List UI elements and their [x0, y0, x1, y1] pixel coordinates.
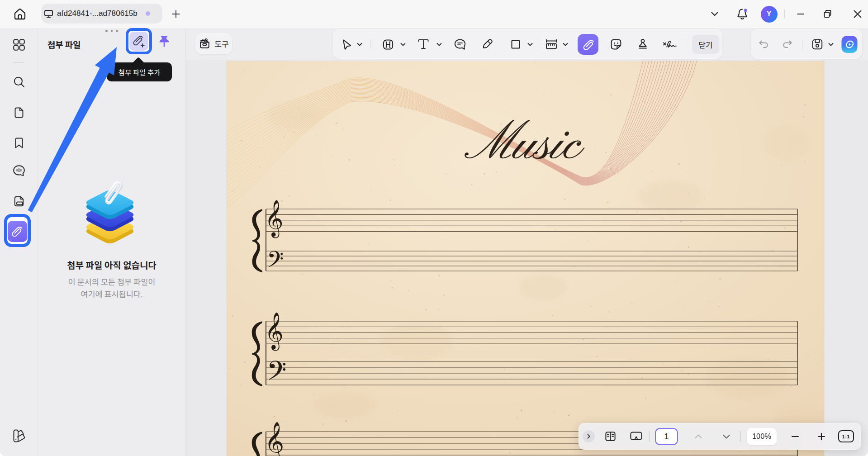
pin-panel-button[interactable]: [157, 34, 171, 49]
undo-button[interactable]: [758, 29, 769, 59]
rail-item-themes[interactable]: [0, 428, 38, 445]
paperclip-icon: [582, 38, 594, 51]
chevron-down-icon: [562, 41, 569, 48]
chevron-up-icon: [694, 432, 703, 441]
close-window-button[interactable]: [849, 5, 867, 23]
pen-tool[interactable]: [481, 29, 494, 59]
restore-button[interactable]: [819, 5, 837, 23]
search-icon: [13, 76, 25, 88]
monitor-icon: [44, 9, 53, 18]
new-tab-button[interactable]: [170, 8, 182, 20]
attach-tool-selected[interactable]: [578, 29, 598, 59]
pin-icon: [157, 34, 171, 49]
ai-icon: [844, 38, 855, 50]
comment-note-icon: [454, 38, 466, 51]
select-tool-dropdown[interactable]: [356, 29, 363, 59]
close-toolbar-button[interactable]: 닫기: [692, 29, 719, 59]
empty-state-description: 이 문서의 모든 첨부 파일이 여기에 표시됩니다.: [38, 276, 185, 300]
add-attachment-button[interactable]: [126, 28, 152, 54]
shape-tool[interactable]: [510, 29, 521, 59]
chevron-down-icon: [356, 41, 363, 48]
chevron-down-icon: [710, 9, 720, 19]
actual-size-button[interactable]: 1:1: [838, 430, 854, 442]
minimize-button[interactable]: [792, 5, 810, 23]
svg-text:𝄞: 𝄞: [267, 421, 284, 456]
highlight-tool-dropdown[interactable]: [400, 29, 406, 59]
panel-more-button[interactable]: [105, 30, 118, 32]
apps-grid-icon: [13, 38, 25, 51]
notification-dot: [744, 9, 747, 12]
main-toolbar: 닫기: [333, 29, 722, 59]
sticker-icon: [610, 38, 622, 51]
svg-text:𝄔: 𝄔: [249, 185, 266, 298]
titlebar: afd24841-...ad780615b Y: [0, 0, 868, 28]
redo-icon: [782, 38, 793, 50]
pdf-page[interactable]: Music 𝄔𝄞𝄢𝄔𝄞𝄢𝄔𝄞𝄢: [227, 61, 824, 456]
highlight-tool[interactable]: [382, 29, 394, 59]
account-button[interactable]: Y: [760, 5, 778, 23]
stamp-tool[interactable]: [636, 29, 649, 59]
minus-icon: [791, 432, 799, 441]
rail-item-comments[interactable]: [0, 164, 38, 179]
restore-icon: [823, 9, 833, 19]
page-number-input[interactable]: 1: [655, 428, 678, 445]
chevron-down-icon: [722, 432, 731, 441]
next-page-button[interactable]: [712, 432, 740, 441]
rail-item-attachments[interactable]: [4, 214, 31, 247]
empty-state-title: 첨부 파일 아직 없습니다: [38, 258, 185, 271]
measure-tool[interactable]: [545, 29, 558, 59]
tools-button[interactable]: 도구: [195, 33, 232, 54]
zoom-out-button[interactable]: [782, 432, 808, 441]
notifications-button[interactable]: [733, 5, 751, 23]
tooltip-text: 첨부 파일 추가: [119, 67, 161, 77]
presentation-button[interactable]: [623, 430, 649, 442]
empty-state: 첨부 파일 아직 없습니다 이 문서의 모든 첨부 파일이 여기에 표시됩니다.: [38, 179, 185, 300]
text-icon: [417, 38, 430, 51]
page-controls-bar: 1 100% 1:1: [579, 423, 861, 450]
redo-button[interactable]: [782, 29, 793, 59]
svg-text:𝄔: 𝄔: [248, 296, 266, 412]
save-button[interactable]: [811, 29, 824, 59]
panel-title: 첨부 파일: [47, 38, 81, 50]
text-tool[interactable]: [417, 29, 430, 59]
home-button[interactable]: [12, 6, 28, 22]
reading-view-button[interactable]: [598, 430, 623, 442]
workspace: 도구: [186, 28, 868, 456]
document-canvas[interactable]: Music 𝄔𝄞𝄢𝄔𝄞𝄢𝄔𝄞𝄢: [186, 60, 868, 456]
ai-assistant-button[interactable]: [842, 29, 858, 59]
svg-text:𝄞: 𝄞: [267, 199, 283, 238]
rail-item-apps[interactable]: [0, 38, 38, 52]
rail-item-bookmarks[interactable]: [0, 136, 38, 150]
measure-tool-dropdown[interactable]: [562, 29, 569, 59]
comment-icon: [12, 164, 26, 179]
sidebar-rail: [0, 28, 38, 456]
toolbox-icon: [199, 38, 211, 50]
shape-tool-dropdown[interactable]: [527, 29, 533, 59]
signature-icon: [662, 38, 678, 50]
collapse-bar-button[interactable]: [583, 430, 595, 442]
stamp-icon: [636, 38, 649, 51]
document-tab[interactable]: afd24841-...ad780615b: [41, 4, 162, 24]
svg-text:𝄞: 𝄞: [267, 311, 283, 351]
signature-tool[interactable]: [662, 29, 678, 59]
rail-item-search[interactable]: [0, 75, 38, 89]
right-toolbar: [751, 29, 862, 59]
paperclip-icon: [11, 225, 24, 238]
plus-icon: [817, 432, 825, 441]
zoom-in-button[interactable]: [808, 432, 835, 441]
tab-list-button[interactable]: [706, 5, 724, 23]
toolbar-strip: 도구: [186, 28, 868, 60]
book-view-icon: [604, 430, 617, 442]
undo-icon: [758, 38, 769, 50]
sticker-tool[interactable]: [610, 29, 622, 59]
save-dropdown[interactable]: [828, 29, 834, 59]
text-tool-dropdown[interactable]: [436, 29, 442, 59]
rail-divider: [13, 62, 24, 63]
square-icon: [510, 39, 521, 50]
comment-tool[interactable]: [454, 29, 466, 59]
rail-item-pages[interactable]: [0, 106, 38, 119]
previous-page-button[interactable]: [684, 432, 712, 441]
zoom-level[interactable]: 100%: [747, 428, 777, 445]
rail-item-annotations[interactable]: [0, 195, 38, 208]
select-tool[interactable]: [341, 29, 352, 59]
